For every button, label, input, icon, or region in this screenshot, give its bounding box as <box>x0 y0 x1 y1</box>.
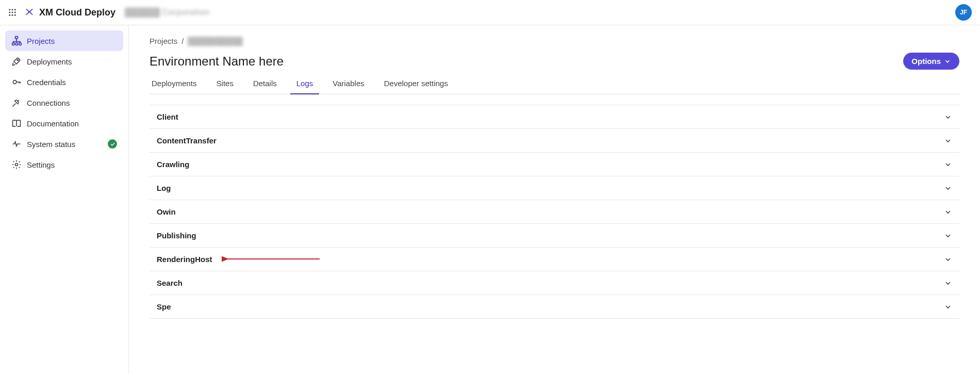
key-icon <box>11 77 22 87</box>
log-row-label: Log <box>157 184 171 192</box>
log-row-label: Spe <box>157 302 171 311</box>
sidebar-item-projects[interactable]: Projects <box>5 30 123 51</box>
breadcrumb-separator: / <box>181 37 184 45</box>
status-ok-badge <box>108 139 117 149</box>
log-row-label: Publishing <box>157 231 196 240</box>
sidebar-item-deployments[interactable]: Deployments <box>5 51 123 72</box>
tab-details[interactable]: Details <box>251 74 279 94</box>
svg-point-15 <box>15 164 18 166</box>
sidebar-item-label: Projects <box>27 37 55 45</box>
log-row-label: ContentTransfer <box>157 136 217 145</box>
heartbeat-icon <box>11 139 22 149</box>
svg-point-3 <box>9 12 10 13</box>
sidebar-item-label: Documentation <box>27 119 79 128</box>
chevron-down-icon <box>944 303 952 311</box>
log-row-label: Search <box>157 279 182 287</box>
book-icon <box>11 118 22 128</box>
rocket-icon <box>11 56 22 67</box>
avatar[interactable]: JF <box>955 4 972 21</box>
product-logo-icon <box>24 6 36 19</box>
log-categories-list: Client ContentTransfer Crawling Log Owin… <box>150 105 959 319</box>
tab-sites[interactable]: Sites <box>214 74 236 94</box>
plug-icon <box>11 97 22 108</box>
breadcrumb-current: ██████████ <box>188 37 242 45</box>
page-title: Environment Name here <box>150 54 284 69</box>
tab-deployments[interactable]: Deployments <box>150 74 199 94</box>
svg-point-4 <box>12 12 13 13</box>
sidebar: Projects Deployments Credentials Connect… <box>0 25 129 374</box>
chevron-down-icon <box>944 255 952 264</box>
log-row-label: RenderingHost <box>157 255 212 264</box>
chevron-down-icon <box>944 58 951 65</box>
svg-point-13 <box>17 59 19 61</box>
sitemap-icon <box>11 36 22 46</box>
chevron-down-icon <box>944 184 952 192</box>
chevron-down-icon <box>944 160 952 169</box>
chevron-down-icon <box>944 113 952 121</box>
svg-point-0 <box>9 9 10 10</box>
breadcrumb-root[interactable]: Projects <box>150 37 177 45</box>
svg-point-6 <box>9 14 10 16</box>
svg-rect-12 <box>19 43 21 45</box>
tabs: Deployments Sites Details Logs Variables… <box>150 74 959 94</box>
log-row-contenttransfer[interactable]: ContentTransfer <box>150 129 959 153</box>
breadcrumb: Projects / ██████████ <box>150 37 959 45</box>
log-row-publishing[interactable]: Publishing <box>150 224 959 248</box>
log-row-spe[interactable]: Spe <box>150 295 959 319</box>
sidebar-item-settings[interactable]: Settings <box>5 154 123 175</box>
sidebar-item-system-status[interactable]: System status <box>5 134 123 154</box>
tab-developer-settings[interactable]: Developer settings <box>382 74 450 94</box>
annotation-arrow-icon <box>222 255 320 263</box>
log-row-label: Crawling <box>157 160 189 169</box>
tab-variables[interactable]: Variables <box>330 74 366 94</box>
sidebar-item-credentials[interactable]: Credentials <box>5 72 123 92</box>
log-row-crawling[interactable]: Crawling <box>150 153 959 176</box>
sidebar-item-documentation[interactable]: Documentation <box>5 113 123 134</box>
apps-grid-icon[interactable] <box>6 6 19 19</box>
options-button[interactable]: Options <box>903 53 959 70</box>
svg-rect-11 <box>15 43 18 45</box>
svg-rect-10 <box>12 43 14 45</box>
sidebar-item-label: Settings <box>27 160 55 169</box>
org-name: ██████ Corporation <box>125 8 209 17</box>
sidebar-item-connections[interactable]: Connections <box>5 92 123 113</box>
svg-point-5 <box>14 12 16 13</box>
svg-point-1 <box>12 9 13 10</box>
sidebar-item-label: Connections <box>27 99 70 107</box>
log-row-owin[interactable]: Owin <box>150 200 959 224</box>
main-content: Projects / ██████████ Environment Name h… <box>129 25 980 374</box>
svg-point-2 <box>14 9 16 10</box>
svg-point-8 <box>14 14 16 16</box>
svg-rect-9 <box>15 37 18 39</box>
gear-icon <box>11 159 22 170</box>
log-row-label: Client <box>157 112 178 121</box>
svg-point-14 <box>13 80 16 84</box>
product-name: XM Cloud Deploy <box>39 7 115 18</box>
log-row-label: Owin <box>157 207 176 216</box>
sidebar-item-label: Deployments <box>27 57 72 66</box>
log-row-client[interactable]: Client <box>150 105 959 129</box>
svg-point-7 <box>12 14 13 16</box>
log-row-log[interactable]: Log <box>150 176 959 200</box>
log-row-renderinghost[interactable]: RenderingHost <box>150 248 959 271</box>
chevron-down-icon <box>944 232 952 240</box>
sidebar-item-label: System status <box>27 140 75 149</box>
chevron-down-icon <box>944 208 952 216</box>
options-button-label: Options <box>911 57 941 66</box>
sidebar-item-label: Credentials <box>27 78 66 87</box>
chevron-down-icon <box>944 279 952 287</box>
log-row-search[interactable]: Search <box>150 271 959 295</box>
tab-logs[interactable]: Logs <box>294 74 315 94</box>
topbar: XM Cloud Deploy ██████ Corporation JF <box>0 0 980 25</box>
chevron-down-icon <box>944 137 952 145</box>
